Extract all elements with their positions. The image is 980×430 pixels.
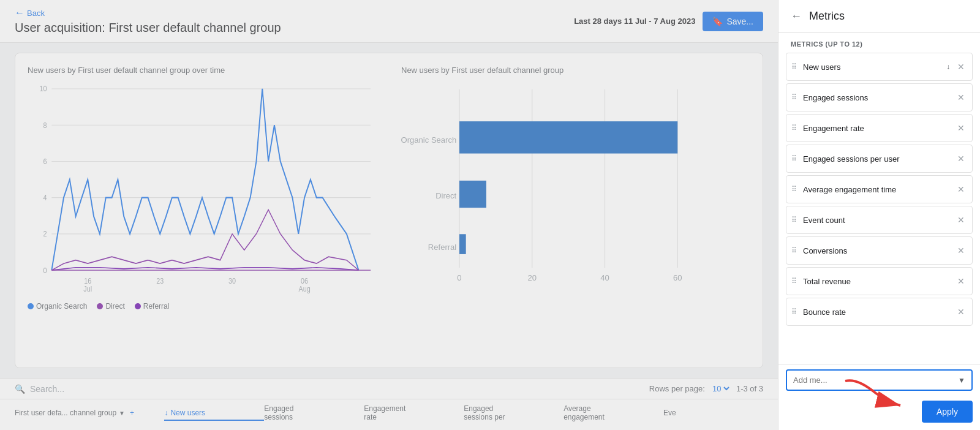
col-header-engaged-sessions-label: Engagedsessions <box>264 404 293 421</box>
panel-header: ← Metrics <box>778 0 980 33</box>
panel-title: Metrics <box>809 10 845 23</box>
add-metric-area: ▼ <box>778 364 980 396</box>
apply-btn-area: Apply <box>778 396 980 430</box>
drag-handle-icon: ⠿ <box>791 308 797 315</box>
metric-item-event-count[interactable]: ⠿ Event count ✕ <box>786 206 973 234</box>
add-metric-input-wrapper[interactable]: ▼ <box>786 369 973 391</box>
back-button[interactable]: ← Back <box>15 7 281 18</box>
svg-text:60: 60 <box>673 273 682 282</box>
metrics-section-label: METRICS (UP TO 12) <box>778 33 980 53</box>
drag-handle-icon: ⠿ <box>791 186 797 193</box>
col-header-new-users[interactable]: ↓ New users <box>164 409 264 421</box>
metric-item-engaged-sessions-per-user[interactable]: ⠿ Engaged sessions per user ✕ <box>786 145 973 173</box>
bar-chart-title: New users by First user default channel … <box>401 66 750 75</box>
drag-handle-icon: ⠿ <box>791 94 797 101</box>
svg-text:Direct: Direct <box>435 191 457 200</box>
svg-text:16: 16 <box>84 277 91 285</box>
drag-handle-icon: ⠿ <box>791 63 797 70</box>
legend-dot-organic <box>28 303 34 309</box>
legend-label-direct: Direct <box>105 302 124 311</box>
metric-item-engaged-sessions[interactable]: ⠿ Engaged sessions ✕ <box>786 83 973 111</box>
dropdown-arrow-icon: ▼ <box>958 376 965 385</box>
metric-item-bounce-rate[interactable]: ⠿ Bounce rate ✕ <box>786 298 973 326</box>
drag-handle-icon: ⠿ <box>791 277 797 285</box>
svg-text:Jul: Jul <box>83 285 92 293</box>
remove-metric-engagement-rate[interactable]: ✕ <box>955 122 967 134</box>
svg-text:10: 10 <box>39 85 47 93</box>
line-chart-area: New users by First user default channel … <box>28 66 377 311</box>
sort-down-icon: ↓ <box>946 62 950 71</box>
metric-name-engagement-rate: Engagement rate <box>803 124 955 133</box>
svg-text:8: 8 <box>43 121 47 129</box>
col-header-eve-label: Eve <box>663 409 676 417</box>
svg-text:0: 0 <box>457 273 461 282</box>
legend-item-referral: Referral <box>135 302 170 311</box>
header: ← Back User acquisition: First user defa… <box>0 0 778 43</box>
column-headers: First user defa... channel group ▼ + ↓ N… <box>0 399 778 430</box>
legend-label-organic: Organic Search <box>36 302 87 311</box>
metric-item-new-users[interactable]: ⠿ New users ↓ ✕ <box>786 53 973 81</box>
chart-container: New users by First user default channel … <box>15 53 763 368</box>
svg-text:Organic Search: Organic Search <box>401 135 456 145</box>
metrics-list: ⠿ New users ↓ ✕ ⠿ Engaged sessions ✕ ⠿ E… <box>778 53 980 364</box>
save-button[interactable]: 🔖 Save... <box>703 12 763 31</box>
metric-item-conversions[interactable]: ⠿ Conversions ✕ <box>786 236 973 265</box>
col-header-eve[interactable]: Eve <box>663 409 763 421</box>
rows-per-page-label: Rows per page: <box>649 384 705 393</box>
date-range-value: 11 Jul - 7 Aug 2023 <box>624 17 696 26</box>
save-label: Save... <box>726 17 753 26</box>
remove-metric-new-users[interactable]: ✕ <box>955 61 967 73</box>
svg-text:2: 2 <box>43 230 47 238</box>
bar-referral <box>459 234 466 254</box>
remove-metric-conversions[interactable]: ✕ <box>955 244 967 257</box>
line-chart-title: New users by First user default channel … <box>28 66 377 75</box>
legend-dot-direct <box>97 303 103 309</box>
remove-metric-total-revenue[interactable]: ✕ <box>955 275 967 287</box>
col-header-avg-engagement[interactable]: Averageengagement <box>564 404 663 425</box>
remove-metric-bounce-rate[interactable]: ✕ <box>955 306 967 318</box>
legend-label-referral: Referral <box>143 302 170 311</box>
remove-metric-engaged-sessions-per-user[interactable]: ✕ <box>955 153 967 165</box>
bar-chart-svg: 0 20 40 60 Organic Search Direct Referra… <box>401 82 750 311</box>
panel-back-button[interactable]: ← <box>791 10 802 23</box>
remove-metric-avg-engagement-time[interactable]: ✕ <box>955 183 967 195</box>
svg-text:30: 30 <box>228 277 236 285</box>
metric-name-conversions: Conversions <box>803 246 955 255</box>
metric-item-engagement-rate[interactable]: ⠿ Engagement rate ✕ <box>786 114 973 142</box>
col-header-new-users-label: New users <box>170 409 205 417</box>
col-header-channel-label: First user defa... channel group <box>15 409 116 417</box>
metric-item-avg-engagement-time[interactable]: ⠿ Average engagement time ✕ <box>786 175 973 203</box>
pagination-text: 1-3 of 3 <box>736 384 763 393</box>
col-sort-down-icon: ↓ <box>164 409 168 417</box>
header-left: ← Back User acquisition: First user defa… <box>15 7 281 35</box>
col-add-icon[interactable]: + <box>130 409 134 417</box>
col-header-engaged-sessions-per-label: Engagedsessions per <box>464 404 505 421</box>
back-label: Back <box>27 9 45 18</box>
metric-name-engaged-sessions-per-user: Engaged sessions per user <box>803 154 955 164</box>
apply-button[interactable]: Apply <box>922 401 973 423</box>
save-icon: 🔖 <box>712 17 723 26</box>
col-header-engagement-rate[interactable]: Engagementrate <box>364 404 464 425</box>
chart-legend: Organic Search Direct Referral <box>28 302 377 311</box>
bar-organic <box>459 121 677 153</box>
svg-text:40: 40 <box>600 273 609 282</box>
col-header-engaged-sessions-per[interactable]: Engagedsessions per <box>464 404 564 425</box>
rows-per-page-select[interactable]: 10 25 50 <box>710 383 731 394</box>
metric-name-event-count: Event count <box>803 216 955 225</box>
col-sort-icon-channel: ▼ <box>119 410 125 417</box>
col-header-engaged-sessions[interactable]: Engagedsessions <box>264 404 364 425</box>
metric-name-new-users: New users <box>803 62 946 72</box>
back-arrow-icon: ← <box>15 7 24 18</box>
metric-name-engaged-sessions: Engaged sessions <box>803 93 955 102</box>
search-icon: 🔍 <box>15 384 25 394</box>
drag-handle-icon: ⠿ <box>791 247 797 254</box>
legend-item-organic: Organic Search <box>28 302 87 311</box>
col-header-avg-engagement-label: Averageengagement <box>564 404 605 421</box>
col-header-channel[interactable]: First user defa... channel group ▼ + <box>15 409 164 421</box>
drag-handle-icon: ⠿ <box>791 155 797 162</box>
rows-per-page: Rows per page: 10 25 50 1-3 of 3 <box>649 383 763 394</box>
remove-metric-event-count[interactable]: ✕ <box>955 214 967 226</box>
metric-item-total-revenue[interactable]: ⠿ Total revenue ✕ <box>786 267 973 295</box>
add-metric-input[interactable] <box>793 375 958 385</box>
remove-metric-engaged-sessions[interactable]: ✕ <box>955 91 967 104</box>
